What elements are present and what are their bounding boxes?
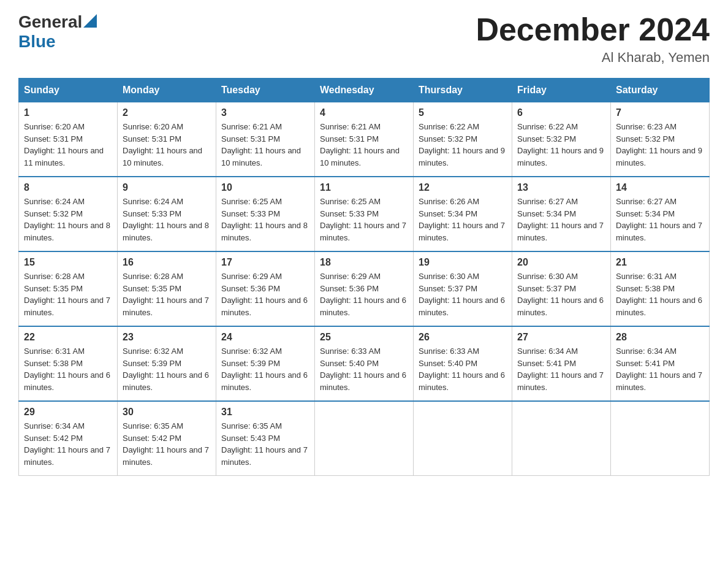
- day-number: 11: [320, 182, 408, 193]
- calendar-day-cell: 16Sunrise: 6:28 AMSunset: 5:35 PMDayligh…: [118, 251, 216, 326]
- day-info: Sunrise: 6:30 AMSunset: 5:37 PMDaylight:…: [419, 270, 507, 318]
- day-number: 3: [221, 107, 309, 118]
- weekday-header-sunday: Sunday: [19, 79, 118, 102]
- day-number: 29: [24, 407, 112, 418]
- calendar-day-cell: 11Sunrise: 6:25 AMSunset: 5:33 PMDayligh…: [315, 177, 414, 251]
- day-info: Sunrise: 6:30 AMSunset: 5:37 PMDaylight:…: [517, 270, 605, 318]
- day-info: Sunrise: 6:22 AMSunset: 5:32 PMDaylight:…: [517, 121, 605, 169]
- day-number: 7: [616, 107, 704, 118]
- month-title: December 2024: [476, 12, 710, 47]
- day-info: Sunrise: 6:33 AMSunset: 5:40 PMDaylight:…: [419, 345, 507, 393]
- day-number: 17: [221, 257, 309, 268]
- day-info: Sunrise: 6:25 AMSunset: 5:33 PMDaylight:…: [221, 196, 309, 243]
- day-number: 21: [616, 257, 704, 268]
- day-number: 1: [24, 107, 112, 118]
- day-info: Sunrise: 6:23 AMSunset: 5:32 PMDaylight:…: [616, 121, 704, 169]
- day-number: 4: [320, 107, 408, 118]
- day-number: 24: [221, 332, 309, 343]
- calendar-day-cell: 23Sunrise: 6:32 AMSunset: 5:39 PMDayligh…: [118, 326, 216, 401]
- calendar-week-row: 8Sunrise: 6:24 AMSunset: 5:32 PMDaylight…: [19, 177, 710, 251]
- day-info: Sunrise: 6:34 AMSunset: 5:41 PMDaylight:…: [517, 345, 605, 393]
- day-info: Sunrise: 6:32 AMSunset: 5:39 PMDaylight:…: [123, 345, 211, 393]
- day-info: Sunrise: 6:32 AMSunset: 5:39 PMDaylight:…: [221, 345, 309, 393]
- calendar-day-cell: 5Sunrise: 6:22 AMSunset: 5:32 PMDaylight…: [414, 102, 512, 177]
- day-number: 22: [24, 332, 112, 343]
- day-info: Sunrise: 6:20 AMSunset: 5:31 PMDaylight:…: [123, 121, 211, 169]
- calendar-week-row: 1Sunrise: 6:20 AMSunset: 5:31 PMDaylight…: [19, 102, 710, 177]
- calendar-day-cell: 30Sunrise: 6:35 AMSunset: 5:42 PMDayligh…: [118, 401, 216, 476]
- day-number: 30: [123, 407, 211, 418]
- day-number: 14: [616, 182, 704, 193]
- day-info: Sunrise: 6:35 AMSunset: 5:42 PMDaylight:…: [123, 420, 211, 468]
- day-info: Sunrise: 6:33 AMSunset: 5:40 PMDaylight:…: [320, 345, 408, 393]
- calendar-day-cell: 28Sunrise: 6:34 AMSunset: 5:41 PMDayligh…: [611, 326, 710, 401]
- calendar-day-cell: 15Sunrise: 6:28 AMSunset: 5:35 PMDayligh…: [19, 251, 118, 326]
- day-number: 6: [517, 107, 605, 118]
- calendar-day-cell: 26Sunrise: 6:33 AMSunset: 5:40 PMDayligh…: [414, 326, 512, 401]
- calendar-day-cell: 22Sunrise: 6:31 AMSunset: 5:38 PMDayligh…: [19, 326, 118, 401]
- day-number: 18: [320, 257, 408, 268]
- day-info: Sunrise: 6:24 AMSunset: 5:33 PMDaylight:…: [123, 196, 211, 243]
- day-number: 19: [419, 257, 507, 268]
- svg-marker-0: [83, 14, 97, 28]
- day-number: 16: [123, 257, 211, 268]
- title-block: December 2024 Al Kharab, Yemen: [476, 12, 710, 66]
- day-number: 12: [419, 182, 507, 193]
- day-number: 9: [123, 182, 211, 193]
- day-info: Sunrise: 6:31 AMSunset: 5:38 PMDaylight:…: [616, 270, 704, 318]
- calendar-day-cell: [414, 401, 512, 476]
- day-number: 25: [320, 332, 408, 343]
- day-info: Sunrise: 6:20 AMSunset: 5:31 PMDaylight:…: [24, 121, 112, 169]
- calendar-day-cell: [315, 401, 414, 476]
- calendar-day-cell: 24Sunrise: 6:32 AMSunset: 5:39 PMDayligh…: [216, 326, 315, 401]
- calendar-day-cell: [512, 401, 611, 476]
- day-number: 31: [221, 407, 309, 418]
- calendar-day-cell: 1Sunrise: 6:20 AMSunset: 5:31 PMDaylight…: [19, 102, 118, 177]
- day-info: Sunrise: 6:27 AMSunset: 5:34 PMDaylight:…: [616, 196, 704, 243]
- day-number: 20: [517, 257, 605, 268]
- day-info: Sunrise: 6:29 AMSunset: 5:36 PMDaylight:…: [221, 270, 309, 318]
- calendar-day-cell: 2Sunrise: 6:20 AMSunset: 5:31 PMDaylight…: [118, 102, 216, 177]
- day-number: 28: [616, 332, 704, 343]
- day-info: Sunrise: 6:35 AMSunset: 5:43 PMDaylight:…: [221, 420, 309, 468]
- calendar-day-cell: 12Sunrise: 6:26 AMSunset: 5:34 PMDayligh…: [414, 177, 512, 251]
- page-header: General Blue December 2024 Al Kharab, Ye…: [18, 12, 710, 66]
- calendar-day-cell: 7Sunrise: 6:23 AMSunset: 5:32 PMDaylight…: [611, 102, 710, 177]
- logo-blue-text: Blue: [18, 32, 56, 52]
- day-number: 26: [419, 332, 507, 343]
- calendar-week-row: 29Sunrise: 6:34 AMSunset: 5:42 PMDayligh…: [19, 401, 710, 476]
- calendar-day-cell: 4Sunrise: 6:21 AMSunset: 5:31 PMDaylight…: [315, 102, 414, 177]
- calendar-day-cell: 10Sunrise: 6:25 AMSunset: 5:33 PMDayligh…: [216, 177, 315, 251]
- day-info: Sunrise: 6:28 AMSunset: 5:35 PMDaylight:…: [123, 270, 211, 318]
- calendar-day-cell: 13Sunrise: 6:27 AMSunset: 5:34 PMDayligh…: [512, 177, 611, 251]
- calendar-day-cell: [611, 401, 710, 476]
- location-subtitle: Al Kharab, Yemen: [476, 50, 710, 66]
- calendar-day-cell: 18Sunrise: 6:29 AMSunset: 5:36 PMDayligh…: [315, 251, 414, 326]
- calendar-week-row: 22Sunrise: 6:31 AMSunset: 5:38 PMDayligh…: [19, 326, 710, 401]
- calendar-day-cell: 19Sunrise: 6:30 AMSunset: 5:37 PMDayligh…: [414, 251, 512, 326]
- day-number: 2: [123, 107, 211, 118]
- day-info: Sunrise: 6:25 AMSunset: 5:33 PMDaylight:…: [320, 196, 408, 243]
- calendar-day-cell: 31Sunrise: 6:35 AMSunset: 5:43 PMDayligh…: [216, 401, 315, 476]
- calendar-day-cell: 9Sunrise: 6:24 AMSunset: 5:33 PMDaylight…: [118, 177, 216, 251]
- day-number: 15: [24, 257, 112, 268]
- day-info: Sunrise: 6:21 AMSunset: 5:31 PMDaylight:…: [221, 121, 309, 169]
- day-number: 5: [419, 107, 507, 118]
- calendar-day-cell: 20Sunrise: 6:30 AMSunset: 5:37 PMDayligh…: [512, 251, 611, 326]
- calendar-day-cell: 25Sunrise: 6:33 AMSunset: 5:40 PMDayligh…: [315, 326, 414, 401]
- calendar-day-cell: 6Sunrise: 6:22 AMSunset: 5:32 PMDaylight…: [512, 102, 611, 177]
- calendar-table: SundayMondayTuesdayWednesdayThursdayFrid…: [18, 78, 710, 476]
- logo: General Blue: [18, 12, 97, 52]
- day-info: Sunrise: 6:28 AMSunset: 5:35 PMDaylight:…: [24, 270, 112, 318]
- weekday-header-thursday: Thursday: [414, 79, 512, 102]
- day-info: Sunrise: 6:26 AMSunset: 5:34 PMDaylight:…: [419, 196, 507, 243]
- calendar-day-cell: 29Sunrise: 6:34 AMSunset: 5:42 PMDayligh…: [19, 401, 118, 476]
- weekday-header-row: SundayMondayTuesdayWednesdayThursdayFrid…: [19, 79, 710, 102]
- day-number: 23: [123, 332, 211, 343]
- calendar-day-cell: 17Sunrise: 6:29 AMSunset: 5:36 PMDayligh…: [216, 251, 315, 326]
- logo-general-text: General: [18, 12, 82, 32]
- day-info: Sunrise: 6:22 AMSunset: 5:32 PMDaylight:…: [419, 121, 507, 169]
- day-info: Sunrise: 6:34 AMSunset: 5:42 PMDaylight:…: [24, 420, 112, 468]
- day-info: Sunrise: 6:34 AMSunset: 5:41 PMDaylight:…: [616, 345, 704, 393]
- day-number: 8: [24, 182, 112, 193]
